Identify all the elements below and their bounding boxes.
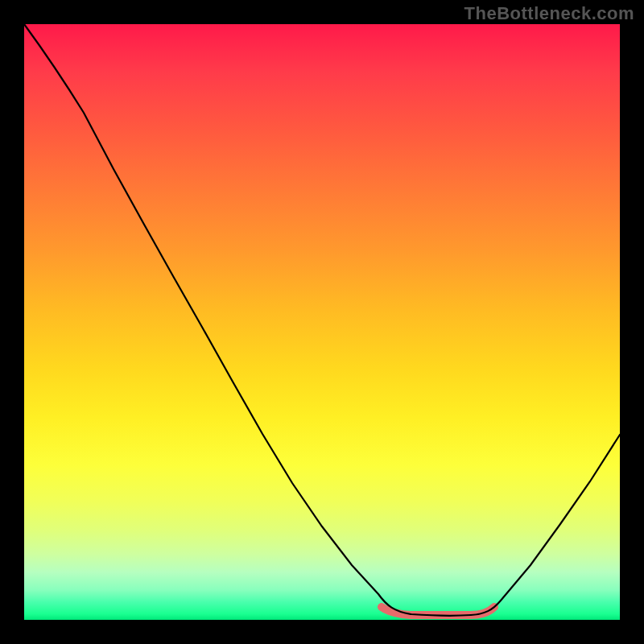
chart-frame: TheBottleneck.com bbox=[0, 0, 644, 644]
plot-area bbox=[24, 24, 620, 620]
watermark-text: TheBottleneck.com bbox=[464, 3, 634, 24]
curve-svg bbox=[24, 24, 620, 620]
curve-line bbox=[24, 24, 620, 616]
